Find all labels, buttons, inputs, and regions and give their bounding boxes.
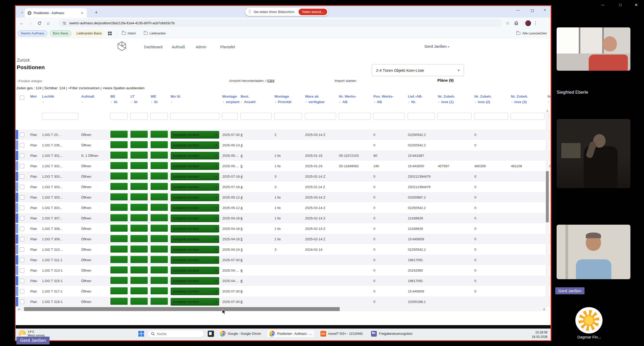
- home-icon[interactable]: ⌂: [44, 21, 53, 26]
- we-status-block[interactable]: [151, 141, 168, 148]
- row-mnt-link[interactable]: Plan: [29, 175, 40, 178]
- row-aufmass-link[interactable]: Öffnen: [80, 133, 109, 137]
- row-aufmass-link[interactable]: Öffnen: [80, 258, 109, 262]
- lt-status-block[interactable]: [130, 152, 148, 159]
- video-tile-participant2[interactable]: [557, 119, 630, 188]
- scroll-up-icon[interactable]: ▲: [546, 109, 549, 112]
- we-status-block[interactable]: [151, 183, 168, 190]
- column-header[interactable]: Montage▲verplant: [221, 93, 239, 110]
- mo-status-select[interactable]: komplett montiert▾: [171, 277, 219, 285]
- column-header[interactable]: BE▲St: [109, 93, 129, 110]
- window-maximize-button[interactable]: □: [615, 3, 625, 7]
- window-close-button[interactable]: ✕: [631, 3, 641, 7]
- be-status-block[interactable]: [110, 287, 128, 294]
- taskbar-app-moveit-iss[interactable]: ISS moveIT ISS+ - 11SJANG: [318, 330, 365, 337]
- app-logo-icon[interactable]: [117, 41, 127, 52]
- sort-icon[interactable]: ▲: [373, 101, 375, 103]
- be-status-block[interactable]: [110, 256, 128, 263]
- column-header[interactable]: LochNr▲: [40, 93, 80, 110]
- row-anzahl-link[interactable]: 4: [241, 185, 242, 189]
- row-checkbox[interactable]: [20, 268, 24, 273]
- add-position-link[interactable]: +Position anlegen: [17, 79, 42, 83]
- column-header[interactable]: Nr. Werks-▲AB: [337, 93, 372, 110]
- sort-icon[interactable]: ▲: [222, 101, 224, 103]
- address-bar[interactable]: swertz-aufmass.de/position/28a212fa-61e4…: [59, 19, 502, 27]
- be-status-block[interactable]: [110, 204, 128, 211]
- row-checkbox[interactable]: [20, 153, 24, 158]
- row-checkbox[interactable]: [20, 289, 24, 294]
- site-info-icon[interactable]: [62, 21, 67, 25]
- row-checkbox[interactable]: [20, 279, 24, 283]
- row-aufmass-link[interactable]: Öffnen: [80, 237, 109, 241]
- bookmark-folder-lieferanten[interactable]: Lieferanten: [141, 31, 169, 36]
- lt-status-block[interactable]: [130, 183, 148, 190]
- row-mnt-link[interactable]: Plan: [29, 185, 40, 189]
- row-anzahl-link[interactable]: 6: [241, 279, 242, 283]
- sort-icon[interactable]: ▲: [408, 101, 410, 103]
- column-header[interactable]: Montage▲Priorität: [273, 93, 303, 110]
- bookmark-lieferanten-basis[interactable]: Lieferanten Basis: [74, 31, 104, 36]
- sort-icon[interactable]: ▲: [241, 101, 243, 103]
- we-status-block[interactable]: [151, 287, 168, 294]
- row-aufmass-link[interactable]: Öffnen: [80, 289, 109, 293]
- column-header[interactable]: Nr. Zubeh.▲lose (3): [509, 93, 546, 110]
- be-status-block[interactable]: [110, 277, 128, 284]
- taskbar-app-positionen-aufmass[interactable]: Positionen - Aufmass - ...: [267, 330, 314, 337]
- horizontal-scrollbar[interactable]: ◄ ►: [17, 307, 546, 311]
- sort-icon[interactable]: ▲: [171, 101, 173, 103]
- forward-icon[interactable]: →: [26, 21, 35, 26]
- sort-icon[interactable]: ▲: [305, 101, 307, 103]
- window-minimize-button[interactable]: ─: [598, 3, 608, 7]
- we-status-block[interactable]: [151, 152, 168, 159]
- we-status-block[interactable]: [151, 214, 168, 221]
- chrome-restore-button[interactable]: [527, 8, 538, 13]
- sort-icon[interactable]: ▲: [151, 101, 153, 103]
- be-status-block[interactable]: [110, 266, 128, 273]
- mo-status-select[interactable]: komplett montiert▾: [171, 246, 219, 253]
- mo-status-select[interactable]: komplett montiert▾: [171, 298, 219, 306]
- column-filter-input[interactable]: [110, 113, 128, 120]
- row-aufmass-link[interactable]: S: 1 Öffnen: [80, 154, 109, 158]
- row-mnt-link[interactable]: Plan: [29, 248, 40, 252]
- row-anzahl-link[interactable]: 4: [241, 154, 242, 158]
- row-anzahl-link[interactable]: 4: [241, 206, 242, 210]
- mo-status-select[interactable]: komplett montiert▾: [171, 183, 219, 191]
- be-status-block[interactable]: [110, 298, 128, 305]
- sort-icon[interactable]: ▲: [130, 101, 133, 103]
- taskbar-clock[interactable]: 15:28:08 18.03.2026: [532, 330, 547, 339]
- row-anzahl-link[interactable]: 6: [241, 216, 242, 220]
- row-checkbox[interactable]: [20, 216, 24, 220]
- taskbar-search[interactable]: Suche: [148, 330, 204, 338]
- row-anzahl-link[interactable]: 3: [241, 143, 242, 147]
- row-anzahl-link[interactable]: 4: [241, 175, 242, 178]
- column-header[interactable]: Mo St▲: [169, 93, 221, 110]
- mo-status-select[interactable]: komplett montiert▾: [171, 162, 219, 170]
- be-status-block[interactable]: [110, 246, 128, 253]
- we-status-block[interactable]: [151, 204, 168, 211]
- nav-admin[interactable]: Admin: [196, 45, 206, 49]
- sort-icon[interactable]: ▲: [547, 101, 550, 103]
- mo-status-select[interactable]: komplett montiert▾: [171, 288, 219, 295]
- mo-status-select[interactable]: komplett montiert▾: [171, 194, 219, 201]
- row-checkbox[interactable]: [20, 237, 24, 241]
- task-view-icon[interactable]: [208, 331, 214, 337]
- row-checkbox[interactable]: [20, 185, 24, 189]
- column-header[interactable]: Lief.-AB-▲Nr.: [406, 93, 436, 110]
- nav-plantafel[interactable]: Plantafel: [220, 45, 235, 49]
- be-status-block[interactable]: [110, 172, 128, 180]
- row-mnt-link[interactable]: Plan: [29, 300, 40, 304]
- we-status-block[interactable]: [151, 246, 168, 253]
- we-status-block[interactable]: [151, 235, 168, 242]
- row-mnt-link[interactable]: Plan: [29, 258, 40, 262]
- column-header[interactable]: WE▲St: [149, 93, 169, 110]
- lt-status-block[interactable]: [130, 256, 148, 263]
- taskbar-app-freigabesteuerung[interactable]: Freigabesteuerungsleist: [369, 330, 415, 337]
- mo-status-select[interactable]: komplett montiert▾: [171, 173, 219, 180]
- we-status-block[interactable]: [151, 193, 168, 200]
- menu-dots-icon[interactable]: ⋮: [531, 20, 540, 26]
- new-tab-button[interactable]: +: [93, 9, 100, 16]
- column-filter-input[interactable]: [170, 113, 219, 120]
- lt-status-block[interactable]: [130, 277, 148, 284]
- row-checkbox[interactable]: [20, 258, 24, 262]
- be-status-block[interactable]: [110, 214, 128, 221]
